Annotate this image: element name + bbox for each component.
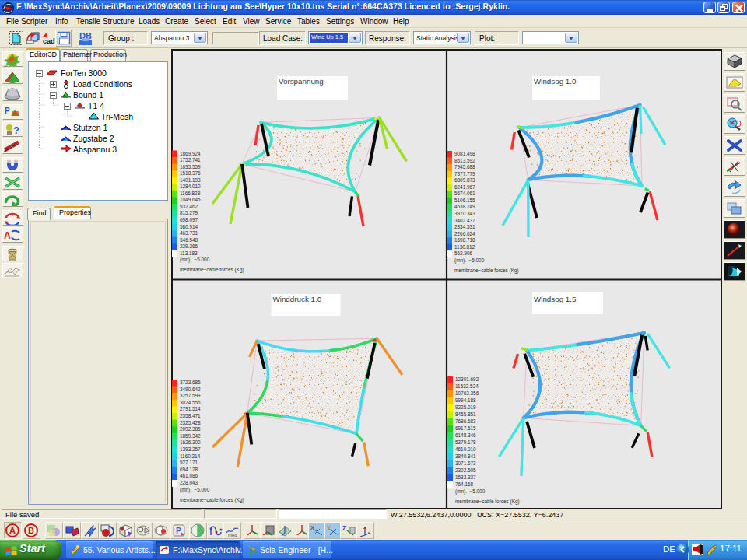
svg-text:A: A (9, 526, 16, 535)
svg-text:6241.967: 6241.967 (454, 184, 475, 190)
svg-text:(mn). −5.000: (mn). −5.000 (180, 487, 210, 493)
svg-text:3723.685: 3723.685 (180, 380, 201, 385)
svg-text:6917.515: 6917.515 (455, 425, 476, 431)
svg-text:1533.337: 1533.337 (455, 474, 476, 480)
svg-text:5106.155: 5106.155 (454, 198, 475, 203)
svg-text:12301.692: 12301.692 (455, 376, 479, 382)
svg-text:9225.019: 9225.019 (455, 404, 476, 410)
svg-text:1752.741: 1752.741 (180, 157, 201, 163)
svg-text:(mn). −5.000: (mn). −5.000 (180, 257, 210, 263)
svg-text:membrane−cable forces (Kg): membrane−cable forces (Kg) (180, 497, 244, 503)
svg-text:10763.356: 10763.356 (455, 390, 479, 396)
svg-text:694.128: 694.128 (180, 467, 198, 472)
svg-text:3840.841: 3840.841 (455, 453, 476, 459)
svg-text:1869.924: 1869.924 (180, 151, 201, 156)
svg-text:698.097: 698.097 (180, 217, 198, 222)
svg-text:P: P (176, 527, 181, 535)
svg-text:2791.514: 2791.514 (180, 406, 201, 411)
svg-text:2834.531: 2834.531 (454, 224, 475, 229)
svg-text:(mn). −5.000: (mn). −5.000 (454, 257, 485, 264)
svg-text:562.906: 562.906 (454, 250, 473, 256)
svg-text:229.366: 229.366 (180, 243, 198, 249)
svg-text:6148.346: 6148.346 (455, 432, 476, 438)
svg-text:2266.624: 2266.624 (454, 231, 475, 236)
svg-text:764.168: 764.168 (455, 481, 474, 487)
svg-text:Winddruck 1.0: Winddruck 1.0 (273, 295, 322, 303)
svg-text:membrane−cable forces (Kg): membrane−cable forces (Kg) (454, 268, 519, 274)
svg-text:4610.010: 4610.010 (455, 446, 476, 452)
svg-text:346.548: 346.548 (180, 237, 198, 243)
svg-text:1160.214: 1160.214 (180, 453, 201, 459)
svg-text:1166.828: 1166.828 (180, 191, 201, 196)
svg-text:11532.524: 11532.524 (455, 383, 479, 389)
svg-text:1284.010: 1284.010 (180, 184, 201, 189)
svg-text:1859.342: 1859.342 (180, 433, 201, 439)
svg-text:9994.188: 9994.188 (455, 397, 476, 403)
svg-text:113.183: 113.183 (180, 250, 198, 256)
svg-text:membrane−cable forces (Kg): membrane−cable forces (Kg) (180, 267, 244, 273)
svg-text:cad: cad (43, 37, 55, 45)
svg-text:7686.683: 7686.683 (455, 418, 476, 424)
svg-text:3970.343: 3970.343 (454, 211, 475, 216)
svg-text:(mn). −5.000: (mn). −5.000 (455, 488, 486, 495)
svg-text:2302.505: 2302.505 (455, 467, 476, 473)
svg-text:3402.437: 3402.437 (454, 218, 475, 223)
svg-text:membrane−cable forces (Kg): membrane−cable forces (Kg) (455, 499, 520, 505)
svg-text:1401.193: 1401.193 (180, 177, 201, 183)
svg-text:3490.642: 3490.642 (180, 387, 201, 392)
svg-text:1518.376: 1518.376 (180, 170, 201, 176)
svg-text:2325.428: 2325.428 (180, 420, 201, 425)
svg-text:Z: Z (342, 524, 347, 532)
svg-text:7377.779: 7377.779 (454, 171, 475, 177)
svg-text:815.279: 815.279 (180, 210, 198, 215)
svg-text:3024.556: 3024.556 (180, 400, 201, 405)
svg-text:9081.498: 9081.498 (454, 151, 475, 156)
svg-text:med: med (228, 533, 237, 537)
svg-text:8513.592: 8513.592 (454, 158, 475, 163)
svg-text:3257.599: 3257.599 (180, 393, 201, 398)
svg-text:2092.385: 2092.385 (180, 426, 201, 432)
svg-text:1698.718: 1698.718 (454, 237, 475, 243)
svg-text:5379.178: 5379.178 (455, 439, 476, 445)
svg-text:1635.559: 1635.559 (180, 164, 201, 170)
svg-text:4538.249: 4538.249 (454, 204, 475, 209)
svg-text:7945.688: 7945.688 (454, 164, 475, 170)
svg-text:927.171: 927.171 (180, 460, 198, 465)
svg-text:1130.812: 1130.812 (454, 244, 475, 250)
svg-text:1393.257: 1393.257 (180, 446, 201, 452)
svg-text:Windsog 1.0: Windsog 1.0 (534, 77, 577, 86)
svg-text:P: P (5, 107, 10, 115)
svg-text:1049.645: 1049.645 (180, 197, 201, 202)
svg-text:3071.673: 3071.673 (455, 460, 476, 466)
svg-text:932.462: 932.462 (180, 204, 198, 209)
svg-text:Windsog 1.5: Windsog 1.5 (534, 295, 577, 303)
svg-text:580.914: 580.914 (180, 224, 198, 229)
svg-text:A: A (4, 230, 11, 241)
svg-text:6809.873: 6809.873 (454, 177, 475, 183)
svg-text:8455.851: 8455.851 (455, 411, 476, 417)
svg-text:2558.471: 2558.471 (180, 413, 201, 418)
svg-text:461.086: 461.086 (180, 473, 198, 478)
svg-text:Vorspannung: Vorspannung (279, 77, 324, 86)
svg-text:5674.061: 5674.061 (454, 191, 475, 196)
svg-text:1626.300: 1626.300 (180, 439, 201, 445)
svg-text:B: B (28, 526, 34, 535)
svg-text:463.731: 463.731 (180, 230, 198, 236)
svg-text:228.043: 228.043 (180, 480, 198, 485)
svg-text:?: ? (13, 124, 19, 136)
